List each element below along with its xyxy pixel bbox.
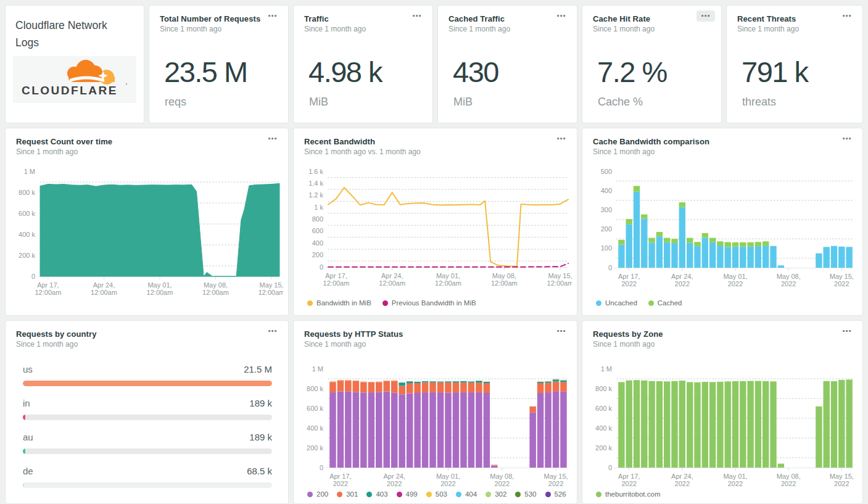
panel-title: Requests by country [16,329,263,339]
country-bar-track [23,482,272,488]
ellipsis-menu-icon[interactable]: ⋯ [408,10,426,22]
stat-panel-traffic: Traffic Since 1 month ago ⋯ 4.98 k MiB [293,5,433,123]
stat-value: 791 k [742,55,808,89]
svg-text:May 08,: May 08, [492,272,516,279]
svg-text:200 k: 200 k [595,444,612,452]
legend-item[interactable]: 301 [337,490,358,498]
svg-text:1.4 k: 1.4 k [308,180,323,187]
ellipsis-menu-icon[interactable]: ⋯ [263,326,282,337]
svg-text:500: 500 [601,168,612,175]
zone-bar-chart[interactable]: 1 M800 k600 k400 k200 k0Apr 17,2022Apr 2… [589,357,858,489]
cache-bandwidth-bar-chart[interactable]: 5004003002001000Apr 17,2022Apr 24,2022Ma… [589,164,858,299]
svg-text:2022: 2022 [495,480,510,487]
ellipsis-menu-icon[interactable]: ⋯ [838,10,856,22]
svg-text:2022: 2022 [333,480,348,487]
chart-legend: UncachedCached [596,299,856,307]
legend-item[interactable]: 404 [456,490,477,498]
legend-dot [515,492,521,497]
svg-text:300: 300 [601,206,612,213]
legend-item[interactable]: Cached [648,299,682,307]
legend-item[interactable]: 403 [366,490,387,498]
svg-text:400 k: 400 k [307,424,323,432]
svg-text:Apr 17,: Apr 17, [618,273,640,280]
legend-dot [307,492,313,497]
legend-item[interactable]: theburritobot.com [596,490,661,498]
ellipsis-menu-icon[interactable]: ⋯ [263,10,282,22]
stat-value: 4.98 k [308,55,382,89]
svg-text:Apr 24,: Apr 24, [671,273,693,280]
panel-subtitle: Since 1 month ago [448,25,552,33]
panel-subtitle: Since 1 month ago [593,340,838,349]
legend-item[interactable]: 302 [486,490,506,498]
country-code: us [23,364,33,374]
svg-text:May 15,: May 15, [544,473,568,480]
panel-subtitle: Since 1 month ago [16,340,263,349]
http-status-stacked-bar-chart[interactable]: 1 M800 k600 k400 k200 k0Apr 17,2022Apr 2… [300,357,572,489]
legend-dot [596,492,601,497]
panel-subtitle: Since 1 month ago [304,340,552,349]
panel-title: Recent Bandwidth [304,137,552,146]
legend-dot [648,300,654,306]
svg-text:1 M: 1 M [601,365,612,373]
svg-text:': ' [126,83,127,89]
legend-item[interactable]: 526 [545,490,566,498]
svg-text:May 01,: May 01, [436,473,460,480]
svg-text:2022: 2022 [834,280,849,287]
country-value: 68.5 k [247,466,272,476]
stat-unit: threats [742,96,776,109]
ellipsis-menu-icon[interactable]: ⋯ [838,326,856,337]
ellipsis-menu-icon[interactable]: ⋯ [838,133,856,144]
legend-item[interactable]: Bandwidth in MiB [307,299,371,307]
country-bar-track [23,415,272,420]
svg-text:2022: 2022 [834,480,849,487]
svg-text:800 k: 800 k [19,189,35,196]
panel-subtitle: Since 1 month ago [593,25,696,33]
panel-title: Cache Hit Rate [593,14,696,23]
svg-text:2022: 2022 [548,480,563,487]
ellipsis-menu-icon[interactable]: ⋯ [552,326,571,337]
country-row: us 21.5 M [23,360,272,394]
ellipsis-menu-icon[interactable]: ⋯ [552,133,571,144]
svg-text:12:00am: 12:00am [35,289,61,296]
svg-text:2022: 2022 [728,280,743,287]
stat-unit: Cache % [598,96,643,109]
svg-text:12:00am: 12:00am [91,289,117,296]
svg-text:600 k: 600 k [307,405,323,412]
legend-item[interactable]: Previous Bandwidth in MiB [382,299,476,307]
legend-item[interactable]: 503 [426,490,447,498]
svg-text:May 08,: May 08, [777,473,801,480]
svg-text:600 k: 600 k [595,405,612,412]
legend-item[interactable]: 200 [307,490,328,498]
ellipsis-menu-icon[interactable]: ⋯ [696,10,715,22]
panel-title: Cache Bandwidth comparison [593,137,838,146]
bandwidth-line-chart[interactable]: 1.6 k1.4 k1.2 k1 k8006004002000Apr 17,12… [300,164,572,299]
country-value: 189 k [249,398,272,408]
ellipsis-menu-icon[interactable]: ⋯ [263,133,282,144]
legend-item[interactable]: Uncached [596,299,637,307]
stat-panel-cached-traffic: Cached Traffic Since 1 month ago ⋯ 430 M… [437,5,577,123]
request-count-area-chart[interactable]: 1 M800 k600 k400 k200 k0Apr 17,12:00amAp… [12,164,283,315]
legend-item[interactable]: 499 [397,490,418,498]
ellipsis-menu-icon[interactable]: ⋯ [552,10,571,22]
legend-item[interactable]: 530 [515,490,536,498]
svg-text:Apr 17,: Apr 17, [325,272,347,279]
svg-text:1.2 k: 1.2 k [308,191,323,199]
legend-dot [366,492,372,497]
panel-title: Requests by HTTP Status [304,329,552,339]
svg-text:0: 0 [608,464,612,471]
svg-text:2022: 2022 [781,280,796,287]
svg-text:May 08,: May 08, [204,281,228,289]
legend-dot [307,300,313,306]
stat-value: 430 [453,55,498,89]
country-bar [23,448,25,454]
svg-text:1 k: 1 k [314,204,323,211]
country-value: 21.5 M [244,364,272,374]
svg-text:2022: 2022 [728,480,743,487]
stat-panel-total-requests: Total Number of Requests Since 1 month a… [149,5,289,123]
panel-subtitle: Since 1 month ago vs. 1 month ago [304,147,552,156]
svg-text:2022: 2022 [621,480,636,487]
svg-text:400: 400 [601,187,612,194]
svg-text:Apr 17,: Apr 17, [329,473,351,480]
svg-text:Apr 24,: Apr 24, [671,473,693,480]
chart-legend: 200301403499503404302530526524 [307,490,571,498]
